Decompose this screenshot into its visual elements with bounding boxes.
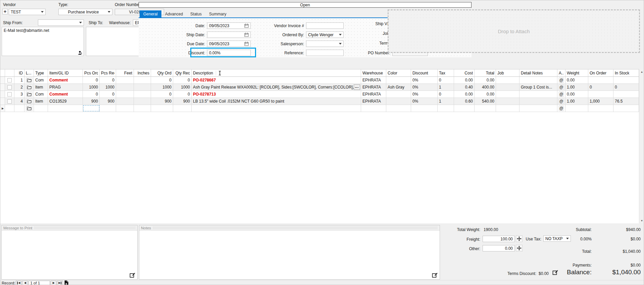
cell-pcs_ord[interactable]: 900 xyxy=(83,98,100,105)
cell-ind[interactable] xyxy=(0,91,5,98)
row-checkbox[interactable] xyxy=(7,85,12,90)
cell-job[interactable] xyxy=(496,91,519,98)
new-row-focused-cell[interactable] xyxy=(83,105,100,112)
notes-textarea[interactable] xyxy=(139,231,440,279)
cell-job[interactable] xyxy=(496,77,519,83)
col-header-on_order[interactable]: On Order xyxy=(588,69,613,76)
row-height-icon[interactable] xyxy=(216,71,221,75)
folder-icon[interactable] xyxy=(26,106,33,111)
cell-warehouse[interactable]: EPHRATA xyxy=(361,77,386,83)
cell-job[interactable] xyxy=(496,84,519,91)
type-combo[interactable]: Purchase Invoice xyxy=(58,9,112,15)
folder-icon[interactable] xyxy=(26,99,33,104)
cell-qty_ord[interactable] xyxy=(151,105,173,112)
scroll-down-icon[interactable]: ▼ xyxy=(639,218,644,223)
cell-pcs_ord[interactable]: 0 xyxy=(83,77,100,83)
cell-sel[interactable] xyxy=(5,84,14,91)
cell-ind[interactable] xyxy=(0,98,5,105)
cell-total[interactable]: 540.00 xyxy=(475,98,496,105)
cell-warehouse[interactable] xyxy=(361,105,386,112)
cell-qty_rec[interactable]: 1000 xyxy=(173,84,192,91)
cell-desc[interactable] xyxy=(192,105,361,112)
cell-item[interactable]: Comment xyxy=(48,91,83,98)
cell-att[interactable]: @ xyxy=(557,84,565,91)
tab-advanced[interactable]: Advanced xyxy=(161,10,187,17)
cell-folder[interactable] xyxy=(24,98,34,105)
cell-weight[interactable] xyxy=(565,105,588,112)
vendor-invoice-field[interactable] xyxy=(306,22,344,29)
cell-in_stock[interactable] xyxy=(613,91,639,98)
attachment-icon[interactable]: @ xyxy=(559,106,564,111)
freight-input[interactable]: 100.00 xyxy=(483,236,515,242)
cell-on_order[interactable] xyxy=(588,77,613,83)
cell-id[interactable]: 3 xyxy=(14,91,24,98)
col-header-item[interactable]: Item/GL ID xyxy=(48,69,83,76)
cell-desc[interactable]: PO-0278667 xyxy=(192,77,361,83)
cell-notes[interactable] xyxy=(519,105,557,112)
cell-id[interactable]: 4 xyxy=(14,98,24,105)
cell-desc[interactable]: LB 13.5" wide Coil .0152M NCT G60 GR50 t… xyxy=(192,98,361,105)
col-header-inches[interactable]: Inches xyxy=(134,69,151,76)
cell-cost[interactable]: 0.60 xyxy=(454,98,475,105)
cell-on_order[interactable]: 1,000 xyxy=(588,98,613,105)
cell-cost[interactable]: 0.00 xyxy=(454,91,475,98)
cell-discount[interactable]: 0% xyxy=(411,98,438,105)
cell-inches[interactable] xyxy=(134,77,151,83)
edit-icon[interactable] xyxy=(130,272,135,278)
calendar-icon[interactable] xyxy=(244,33,249,37)
attachment-icon[interactable]: @ xyxy=(559,84,564,90)
cell-pcs_rec[interactable]: 900 xyxy=(100,98,116,105)
cell-weight[interactable]: 1.00 xyxy=(565,84,588,91)
col-header-id[interactable]: ID xyxy=(14,69,24,76)
cell-discount[interactable]: 0% xyxy=(411,91,438,98)
ship-date-field[interactable] xyxy=(207,32,251,38)
col-header-total[interactable]: Total xyxy=(475,69,496,76)
cell-desc[interactable]: PO-0278713 xyxy=(192,91,361,98)
add-vendor-button[interactable]: ✚ xyxy=(2,9,8,14)
cell-sel[interactable] xyxy=(5,77,14,83)
cell-sel[interactable] xyxy=(5,105,14,112)
status-bar[interactable]: Open xyxy=(139,2,472,8)
cell-ind[interactable] xyxy=(0,84,5,91)
drop-to-attach-zone[interactable]: Drop to Attach xyxy=(388,9,640,53)
grid-scrollbar[interactable]: ▲ ▼ xyxy=(639,69,644,223)
cell-type[interactable] xyxy=(34,105,48,112)
cell-job[interactable] xyxy=(496,105,519,112)
cell-qty_ord[interactable]: 900 xyxy=(151,98,173,105)
cell-feet[interactable] xyxy=(116,105,134,112)
cell-cost[interactable]: 0.40 xyxy=(454,84,475,91)
cell-type[interactable]: Com xyxy=(34,77,48,83)
col-header-warehouse[interactable]: Warehouse xyxy=(361,69,386,76)
cell-in_stock[interactable] xyxy=(613,77,639,83)
cell-att[interactable]: @ xyxy=(557,98,565,105)
contact-icon[interactable] xyxy=(78,51,83,55)
cell-att[interactable]: @ xyxy=(557,91,565,98)
attachment-icon[interactable]: @ xyxy=(559,77,564,83)
col-header-weight[interactable]: Weight xyxy=(565,69,588,76)
col-header-qty_rec[interactable]: Qty Rec xyxy=(173,69,192,76)
cell-notes[interactable] xyxy=(519,77,557,83)
cell-id[interactable]: 2 xyxy=(14,84,24,91)
previous-record-button[interactable]: ◀ xyxy=(22,281,28,285)
discount-field[interactable]: 0.00% xyxy=(207,50,251,56)
col-header-att[interactable]: A... xyxy=(557,69,565,76)
ship-from-address-box[interactable]: E-Mail test@abmartin.net xyxy=(2,27,84,56)
col-header-pcs_rec[interactable]: Pcs Rec xyxy=(100,69,116,76)
cell-qty_rec[interactable]: 0 xyxy=(173,91,192,98)
tab-status[interactable]: Status xyxy=(187,10,205,17)
cell-type[interactable]: Item xyxy=(34,84,48,91)
vendor-combo[interactable]: TEST xyxy=(9,9,46,15)
other-input[interactable]: 0.00 xyxy=(483,245,515,251)
cell-tax[interactable]: 1 xyxy=(438,98,454,105)
cell-qty_rec[interactable] xyxy=(173,105,192,112)
row-checkbox[interactable] xyxy=(7,99,12,104)
cell-weight[interactable]: 0.00 xyxy=(565,91,588,98)
cell-pcs_rec[interactable]: 0 xyxy=(100,77,116,83)
cell-on_order[interactable]: 0 xyxy=(588,84,613,91)
cell-notes[interactable]: Group 1 Cost is... xyxy=(519,84,557,91)
attachment-icon[interactable]: @ xyxy=(559,99,564,104)
ship-from-combo[interactable] xyxy=(38,19,84,26)
cell-folder[interactable] xyxy=(24,84,34,91)
col-header-discount[interactable]: Discount xyxy=(411,69,438,76)
message-to-print-textarea[interactable] xyxy=(2,231,137,279)
